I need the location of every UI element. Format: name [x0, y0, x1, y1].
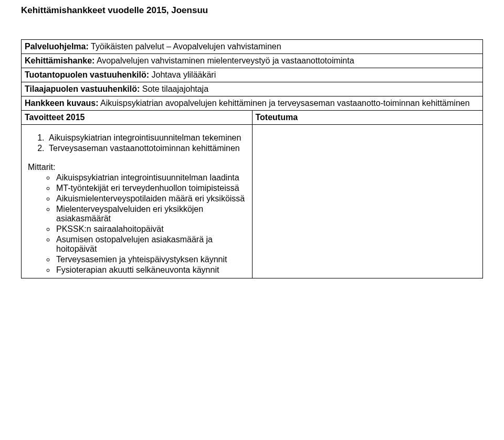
- mittarit-list: Aikuispsykiatrian integrointisuunnitelma…: [25, 173, 249, 275]
- numbered-list: Aikuispsykiatrian integrointisuunnitelma…: [25, 133, 249, 153]
- table-row: Kehittämishanke: Avopalvelujen vahvistam…: [22, 54, 483, 68]
- kehittamishanke-value: Avopalvelujen vahvistaminen mielentervey…: [94, 56, 354, 65]
- tuotantopuolen-value: Johtava ylilääkäri: [149, 70, 216, 79]
- tilaajapuolen-label: Tilaajapuolen vastuuhenkilö:: [25, 84, 140, 93]
- table-row: Tuotantopuolen vastuuhenkilö: Johtava yl…: [22, 68, 483, 82]
- list-item: Fysioterapian akuutti selkäneuvonta käyn…: [55, 265, 249, 275]
- palveluohjelma-label: Palveluohjelma:: [25, 42, 89, 51]
- page-title: Kehittämishankkeet vuodelle 2015, Joensu…: [21, 5, 483, 16]
- table-row: Aikuispsykiatrian integrointisuunnitelma…: [22, 125, 483, 278]
- toteutuma-content: [252, 125, 483, 278]
- hankkeen-label: Hankkeen kuvaus:: [25, 99, 99, 108]
- info-table: Palveluohjelma: Työikäisten palvelut – A…: [21, 39, 483, 278]
- toteutuma-header: Toteutuma: [252, 111, 483, 125]
- list-item: Terveysasemien ja yhteispäivystyksen käy…: [55, 255, 249, 264]
- list-item: Aikuispsykiatrian integrointisuunnitelma…: [55, 173, 249, 183]
- list-item: MT-työntekijät eri terveydenhuollon toim…: [55, 184, 249, 193]
- list-item: PKSSK:n sairaalahoitopäivät: [55, 224, 249, 234]
- tilaajapuolen-value: Sote tilaajajohtaja: [140, 84, 208, 93]
- hankkeen-value: Aikuispsykiatrian avopalvelujen kehittäm…: [99, 99, 470, 108]
- tuotantopuolen-label: Tuotantopuolen vastuuhenkilö:: [25, 70, 149, 79]
- list-item: Asumisen ostopalvelujen asiakasmäärä ja …: [55, 235, 249, 254]
- list-item: Aikuismielenterveyspotilaiden määrä eri …: [55, 194, 249, 203]
- table-row: Hankkeen kuvaus: Aikuispsykiatrian avopa…: [22, 96, 483, 111]
- tavoitteet-content: Aikuispsykiatrian integrointisuunnitelma…: [22, 125, 253, 278]
- table-row: Tavoitteet 2015 Toteutuma: [22, 111, 483, 125]
- tavoitteet-header: Tavoitteet 2015: [22, 111, 253, 125]
- kehittamishanke-label: Kehittämishanke:: [25, 56, 94, 65]
- palveluohjelma-value: Työikäisten palvelut – Avopalvelujen vah…: [89, 42, 281, 51]
- mittarit-label: Mittarit:: [28, 163, 249, 172]
- list-item: Aikuispsykiatrian integrointisuunnitelma…: [47, 133, 249, 143]
- table-row: Tilaajapuolen vastuuhenkilö: Sote tilaaj…: [22, 82, 483, 96]
- table-row: Palveluohjelma: Työikäisten palvelut – A…: [22, 40, 483, 54]
- list-item: Terveysaseman vastaanottotoiminnan kehit…: [47, 144, 249, 153]
- list-item: Mielenterveyspalveluiden eri yksikköjen …: [55, 205, 249, 223]
